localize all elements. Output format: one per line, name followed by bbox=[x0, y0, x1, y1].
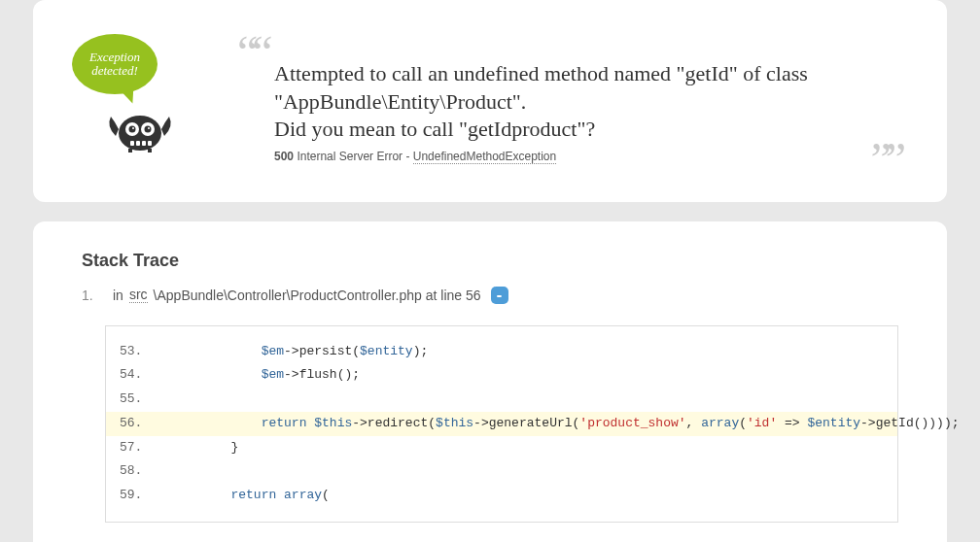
code-line-58: 58. bbox=[106, 459, 897, 484]
error-line1: Attempted to call an undefined method na… bbox=[274, 61, 808, 114]
svg-point-5 bbox=[132, 127, 134, 129]
speech-text: Exception detected! bbox=[72, 51, 158, 79]
toggle-code-button[interactable]: - bbox=[491, 287, 508, 304]
line-number: 54. bbox=[120, 363, 170, 388]
trace-path: \AppBundle\Controller\ProductController.… bbox=[154, 288, 481, 303]
error-meta: 500 Internal Server Error - UndefinedMet… bbox=[274, 150, 908, 163]
code-line-59: 59. return array( bbox=[106, 484, 897, 508]
line-number: 56. bbox=[120, 412, 170, 436]
svg-point-4 bbox=[145, 126, 152, 133]
code-line-53: 53. $em->persist($entity); bbox=[106, 340, 897, 364]
error-panel: ““ Exception detected! Attempted to call… bbox=[33, 0, 947, 202]
trace-number: 1. bbox=[82, 288, 99, 303]
code-line-57: 57. } bbox=[106, 436, 897, 460]
trace-entry: 1. in src\AppBundle\Controller\ProductCo… bbox=[82, 287, 898, 304]
monster-icon bbox=[101, 102, 179, 152]
stack-trace-panel: Stack Trace 1. in src\AppBundle\Controll… bbox=[33, 221, 947, 542]
svg-point-3 bbox=[129, 126, 136, 133]
error-code: 500 bbox=[274, 150, 294, 163]
line-number: 59. bbox=[120, 484, 170, 508]
line-number: 55. bbox=[120, 388, 170, 412]
speech-bubble: Exception detected! bbox=[72, 34, 158, 94]
code-line-55: 55. bbox=[106, 388, 897, 412]
code-text: return array( bbox=[170, 484, 330, 508]
svg-point-0 bbox=[119, 116, 161, 151]
exception-link[interactable]: UndefinedMethodException bbox=[413, 150, 556, 164]
line-number: 58. bbox=[120, 459, 170, 484]
quote-open-icon: ““ bbox=[237, 29, 267, 76]
svg-point-6 bbox=[148, 127, 150, 129]
error-message: Attempted to call an undefined method na… bbox=[274, 60, 908, 144]
code-text: $em->persist($entity); bbox=[170, 340, 428, 364]
svg-rect-10 bbox=[148, 141, 152, 146]
svg-rect-7 bbox=[130, 141, 134, 146]
trace-in: in bbox=[113, 288, 123, 303]
quote-close-icon: ”” bbox=[870, 136, 900, 183]
error-code-text: Internal Server Error - bbox=[297, 150, 412, 163]
svg-rect-9 bbox=[142, 141, 146, 146]
code-line-56-highlighted: 56. return $this->redirect($this->genera… bbox=[106, 412, 897, 436]
code-text: $em->flush(); bbox=[170, 363, 360, 388]
error-line2: Did you mean to call "getIdproduct"? bbox=[274, 117, 595, 141]
line-number: 57. bbox=[120, 436, 170, 460]
code-text: } bbox=[170, 436, 238, 460]
svg-rect-8 bbox=[136, 141, 140, 146]
code-block: 53. $em->persist($entity); 54. $em->flus… bbox=[105, 325, 898, 523]
code-line-54: 54. $em->flush(); bbox=[106, 363, 897, 388]
error-content: Attempted to call an undefined method na… bbox=[274, 60, 908, 163]
stack-trace-title: Stack Trace bbox=[82, 251, 898, 271]
line-number: 53. bbox=[120, 340, 170, 364]
mascot: Exception detected! bbox=[72, 34, 198, 156]
code-text: return $this->redirect($this->generateUr… bbox=[170, 412, 960, 436]
trace-src-link[interactable]: src bbox=[129, 287, 148, 303]
